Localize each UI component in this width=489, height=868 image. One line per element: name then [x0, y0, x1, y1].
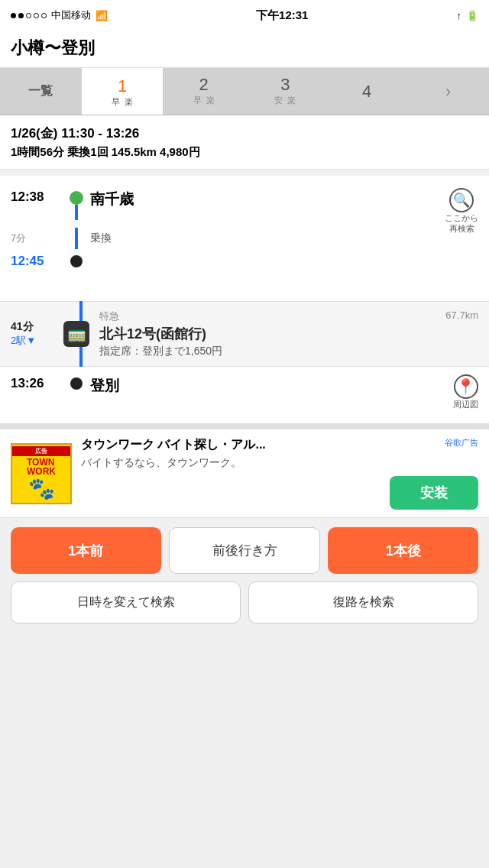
tab-1-sub2: 楽 [125, 96, 133, 108]
route-header: 1/26(金) 11:30 - 13:26 1時間56分 乗換1回 145.5k… [0, 115, 489, 170]
train-fare: 指定席：登別まで1,650円 [99, 345, 478, 358]
transfer-arr-time: 12:45 [11, 252, 63, 269]
train-type: 特急 [99, 310, 119, 322]
tab-1-number: 1 [118, 78, 127, 95]
arr-name: 登別 [90, 374, 478, 396]
battery-icon: 🔋 [466, 10, 478, 21]
map-button[interactable]: 📍 周辺図 [453, 374, 478, 410]
prev-train-button[interactable]: 1本前 [11, 527, 161, 574]
divider [0, 423, 489, 429]
tab-3-sub1: 安 [274, 95, 283, 106]
ad-logo-animal: 🐾 [28, 476, 55, 501]
train-info: 特急 67.7km 北斗12号(函館行) 指定席：登別まで1,650円 [90, 309, 478, 358]
transfer-timeline-col [63, 252, 90, 267]
tab-list-label: 一覧 [28, 83, 53, 99]
map-label: 周辺図 [453, 399, 478, 410]
transfer-circle [70, 255, 83, 267]
nav-row-1: 1本前 前後行き方 1本後 [11, 527, 478, 574]
wifi-icon: 📶 [96, 10, 108, 21]
timeline: 12:38 南千歳 🔍 ここから再検索 7分 乗換 12:45 [0, 176, 489, 301]
tab-3-sub2: 楽 [287, 95, 296, 106]
transfer-row: 7分 乗換 [0, 225, 489, 252]
train-segment: 41分 2駅▼ 🚃 特急 67.7km 北斗12号(函館行) 指定席：登別まで1… [0, 301, 489, 367]
ad-logo-line1: TOWNWORK [27, 458, 56, 476]
train-left: 41分 2駅▼ [11, 320, 63, 348]
nearby-trains-button[interactable]: 前後行き方 [169, 527, 321, 574]
ad-desc: バイトするなら、タウンワーク。 [81, 456, 478, 470]
status-right: ↑ 🔋 [457, 10, 479, 21]
transfer-min: 7分 [11, 232, 26, 244]
transfer-label: 乗換 [90, 232, 112, 245]
transfer-line-col [63, 228, 90, 249]
dep-line [75, 205, 78, 220]
dot1 [11, 13, 16, 18]
route-detail: 12:38 南千歳 🔍 ここから再検索 7分 乗換 12:45 [0, 176, 489, 423]
transfer-duration: 7分 [11, 232, 63, 245]
train-km: 67.7km [445, 309, 478, 321]
tab-1[interactable]: 1 早 楽 [82, 68, 164, 115]
dep-name: 南千歳 [90, 188, 478, 209]
change-time-button[interactable]: 日時を変えて検索 [11, 581, 241, 623]
train-segment-wrapper: 41分 2駅▼ 🚃 特急 67.7km 北斗12号(函館行) 指定席：登別まで1… [0, 301, 489, 367]
dot3 [26, 13, 31, 18]
dep-time: 12:38 [11, 188, 63, 205]
train-stations[interactable]: 2駅▼ [11, 334, 63, 348]
status-bar: 中国移动 📶 下午12:31 ↑ 🔋 [0, 0, 489, 31]
dep-circle [70, 191, 83, 205]
time-label: 下午12:31 [256, 8, 308, 23]
ad-logo: 広告 TOWNWORK 🐾 [11, 443, 72, 504]
tab-1-sub1: 早 [112, 96, 120, 108]
train-duration: 41分 [11, 320, 63, 334]
ad-title: タウンワーク バイト探し・アル... [81, 437, 478, 453]
tab-list[interactable]: 一覧 [0, 68, 82, 115]
search-here-label: ここから再検索 [445, 212, 478, 235]
carrier-label: 中国移动 [51, 8, 91, 22]
tab-1-sub: 早 楽 [112, 96, 133, 108]
arrival-stop: 13:26 登別 📍 周辺図 [0, 374, 489, 411]
tab-2-sub2: 楽 [206, 95, 215, 106]
train-icon-col: 🚃 [63, 321, 90, 347]
tab-more[interactable]: › [407, 68, 489, 115]
route-date-time: 1/26(金) 11:30 - 13:26 [11, 125, 478, 142]
arr-time: 13:26 [11, 374, 63, 391]
title-bar: 小樽〜登別 [0, 31, 489, 68]
train-type-km: 特急 67.7km [99, 309, 478, 323]
train-icon: 🚃 [63, 321, 89, 347]
arr-circle [70, 377, 83, 390]
dep-timeline-col [63, 188, 90, 220]
tab-3-sub: 安 楽 [274, 95, 296, 106]
signal-dots [11, 13, 47, 18]
location-icon: ↑ [457, 10, 462, 21]
tab-more-icon: › [445, 82, 451, 102]
ad-tag-jp: 広告 [12, 446, 70, 456]
status-left: 中国移动 📶 [11, 8, 108, 22]
ad-content: 谷歌广告 タウンワーク バイト探し・アル... バイトするなら、タウンワーク。 … [81, 437, 478, 510]
tab-2[interactable]: 2 早 楽 [163, 68, 244, 115]
tab-4-number: 4 [362, 83, 371, 100]
dot5 [41, 13, 47, 18]
return-route-button[interactable]: 復路を検索 [248, 581, 478, 623]
tab-3-number: 3 [280, 76, 290, 93]
dot2 [18, 13, 24, 18]
tabs-container: 一覧 1 早 楽 2 早 楽 3 安 楽 4 › [0, 68, 489, 115]
dot4 [34, 13, 39, 18]
arr-timeline-col [63, 374, 90, 390]
search-here-icon: 🔍 [449, 188, 474, 212]
nav-row-2: 日時を変えて検索 復路を検索 [11, 581, 478, 623]
ad-google-label: 谷歌广告 [445, 437, 478, 449]
tab-2-number: 2 [199, 76, 209, 93]
departure-stop: 12:38 南千歳 🔍 ここから再検索 [0, 188, 489, 225]
page-title: 小樽〜登別 [11, 38, 95, 57]
ad-banner[interactable]: 広告 TOWNWORK 🐾 谷歌广告 タウンワーク バイト探し・アル... バイ… [0, 429, 489, 518]
transfer-stop: 12:45 [0, 252, 489, 289]
next-train-button[interactable]: 1本後 [328, 527, 478, 574]
tab-4[interactable]: 4 [326, 68, 408, 115]
train-name: 北斗12号(函館行) [99, 325, 478, 343]
tab-3[interactable]: 3 安 楽 [244, 68, 326, 115]
search-here-button[interactable]: 🔍 ここから再検索 [445, 188, 478, 235]
ad-install-button[interactable]: 安装 [390, 476, 478, 510]
route-meta: 1時間56分 乗換1回 145.5km 4,980円 [11, 145, 478, 160]
bottom-nav: 1本前 前後行き方 1本後 日時を変えて検索 復路を検索 [0, 518, 489, 640]
arrival-timeline: 13:26 登別 📍 周辺図 [0, 367, 489, 423]
tab-2-sub1: 早 [193, 95, 202, 106]
